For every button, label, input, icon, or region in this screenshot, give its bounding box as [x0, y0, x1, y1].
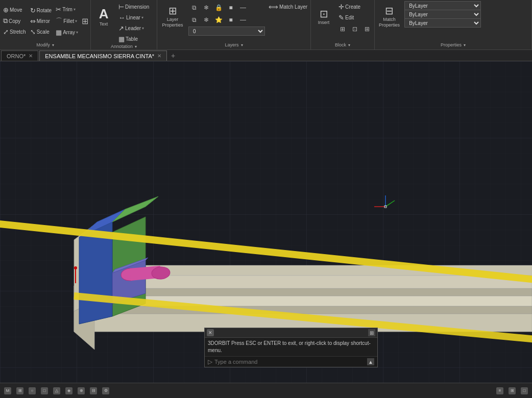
leader-icon: ↗	[118, 24, 124, 32]
command-popup-bar: ✕ ⊞	[205, 328, 377, 338]
status-icon-9[interactable]: ⚙	[102, 387, 109, 394]
toolbar: ⊕ Move ⧉ Copy ⤢ Stretch ↻ Rotate	[0, 0, 532, 50]
command-prompt-icon: ▷	[208, 358, 212, 365]
scale-icon: ⤡	[30, 28, 36, 36]
status-icon-3[interactable]: ○	[29, 387, 36, 394]
layer-icon-7[interactable]: ❄	[201, 14, 212, 26]
linear-button[interactable]: ↔ Linear ▾	[117, 13, 151, 22]
layer-icons-row1: ⧉ ❄ 🔒 ■ —	[188, 2, 265, 13]
rotate-icon: ↻	[30, 7, 36, 14]
tab-orno-label: ORNO*	[7, 53, 26, 59]
layer-icon-10[interactable]: —	[237, 14, 249, 26]
block-content: ⊡ Insert ✛ Create ✎ Edit ⊞ ⊡ ⊞	[312, 1, 373, 41]
command-close-button[interactable]: ✕	[207, 329, 214, 336]
layer-dropdown[interactable]: 0	[188, 27, 265, 36]
bylayer-dropdown-row3: ByLayer	[404, 19, 481, 27]
annotation-content: A Text ⊢ Dimension ↔ Linear ▾ ↗ L	[92, 1, 155, 44]
modify-section: ⊕ Move ⧉ Copy ⤢ Stretch ↻ Rotate	[0, 0, 91, 50]
move-icon: ⊕	[3, 6, 9, 14]
block-icons: ⊞ ⊡ ⊞	[337, 23, 373, 35]
block-icon-1[interactable]: ⊞	[337, 23, 348, 35]
mirror-icon: ⇔	[30, 17, 36, 25]
insert-button[interactable]: ⊡ Insert	[312, 1, 335, 33]
annotation-section: A Text ⊢ Dimension ↔ Linear ▾ ↗ L	[91, 0, 157, 50]
tab-orno-close[interactable]: ✕	[29, 53, 33, 59]
command-popup: ✕ ⊞ 3DORBIT Press ESC or ENTER to exit, …	[204, 328, 378, 367]
layer-icon-9[interactable]: ■	[225, 14, 236, 26]
layer-icons: ⧉ ❄ 🔒 ■ — ⧉ ❄ ⭐ ■ —	[188, 1, 265, 36]
create-icon: ✛	[338, 3, 344, 11]
move-button[interactable]: ⊕ Move	[2, 5, 28, 15]
tab-orno[interactable]: ORNO* ✕	[1, 51, 38, 61]
status-icon-8[interactable]: ⊟	[90, 387, 97, 394]
status-icon-2[interactable]: ⊞	[16, 387, 23, 394]
bylayer-dropdown2[interactable]: ByLayer	[404, 10, 481, 19]
status-icon-5[interactable]: △	[53, 387, 60, 394]
make-current-button[interactable]: ⭐	[213, 14, 224, 26]
tab-ensamble-close[interactable]: ✕	[157, 53, 161, 59]
status-icon-11[interactable]: ⊞	[509, 387, 516, 394]
layer-icon-2[interactable]: ❄	[201, 2, 212, 13]
tab-ensamble-label: ENSAMBLE MECANISMO SIERRA CINTA*	[45, 53, 154, 59]
copy-button[interactable]: ⧉ Copy	[2, 16, 28, 26]
svg-marker-11	[107, 276, 532, 288]
block-section: ⊡ Insert ✛ Create ✎ Edit ⊞ ⊡ ⊞	[311, 0, 375, 50]
block-icon-2[interactable]: ⊡	[349, 23, 360, 35]
command-message: 3DORBIT Press ESC or ENTER to exit, or r…	[205, 338, 377, 356]
properties-content: ⊟ MatchProperties ByLayer ByLayer ByLaye…	[376, 1, 530, 41]
status-icon-10[interactable]: ≡	[496, 387, 503, 394]
add-tab-button[interactable]: +	[168, 51, 178, 61]
rotate-button[interactable]: ↻ Rotate	[29, 6, 53, 15]
array-button[interactable]: ▦ Array ▾	[54, 28, 80, 37]
match-props-icon: ⊟	[385, 6, 394, 16]
command-input-row: ▷ ▲	[205, 356, 377, 367]
trim-icon: ✂	[56, 6, 61, 13]
leader-button[interactable]: ↗ Leader ▾	[117, 23, 151, 33]
block-icon-3[interactable]: ⊞	[361, 23, 373, 35]
layer-icon-4[interactable]: ■	[225, 2, 236, 13]
match-layer-icon: ⟺	[269, 3, 278, 11]
trim-button[interactable]: ✂ Trim ▾	[54, 5, 80, 14]
properties-dropdowns: ByLayer ByLayer ByLayer	[404, 1, 481, 27]
text-button[interactable]: A Text	[92, 1, 115, 33]
edit-button[interactable]: ✎ Edit	[337, 13, 373, 22]
layer-icon-1[interactable]: ⧉	[188, 2, 200, 13]
dimension-button[interactable]: ⊢ Dimension	[117, 2, 151, 12]
bylayer-dropdown-row: ByLayer	[404, 2, 481, 9]
fillet-button[interactable]: ⌒ Fillet ▾	[54, 15, 80, 27]
status-icon-1[interactable]: M	[4, 387, 11, 394]
layers-row: ⊞ LayerProperties ⧉ ❄ 🔒 ■ — ⧉ ❄ ⭐	[159, 1, 309, 41]
bylayer-dropdown[interactable]: ByLayer	[404, 1, 481, 10]
match-properties-button[interactable]: ⊟ MatchProperties	[376, 1, 402, 33]
bylayer-dropdown3[interactable]: ByLayer	[404, 18, 481, 28]
modify-footer: Modify ▾	[2, 41, 89, 49]
table-button[interactable]: ▦ Table	[117, 34, 151, 44]
status-icon-12[interactable]: □	[521, 387, 528, 394]
layer-properties-button[interactable]: ⊞ LayerProperties	[159, 1, 186, 33]
tab-ensamble[interactable]: ENSAMBLE MECANISMO SIERRA CINTA* ✕	[39, 51, 167, 61]
modify-col2: ↻ Rotate ⇔ Mirror ⤡ Scale	[29, 6, 53, 37]
mirror-button[interactable]: ⇔ Mirror	[29, 16, 53, 26]
layers-icon: ⊞	[168, 6, 177, 16]
scale-button[interactable]: ⤡ Scale	[29, 27, 53, 37]
layer-icons-row2: ⧉ ❄ ⭐ ■ —	[188, 14, 265, 26]
match-layer-button[interactable]: ⟺ Match Layer	[267, 2, 309, 12]
status-icon-4[interactable]: □	[41, 387, 48, 394]
status-icon-7[interactable]: ⊕	[78, 387, 85, 394]
create-button[interactable]: ✛ Create	[337, 2, 373, 12]
edit-icon: ✎	[338, 14, 344, 21]
annotation-row: A Text ⊢ Dimension ↔ Linear ▾ ↗ L	[92, 1, 151, 44]
text-icon: A	[99, 7, 109, 20]
layer-icon-5[interactable]: —	[237, 2, 249, 13]
command-input-expand[interactable]: ▲	[367, 358, 374, 365]
layer-extra: ⟺ Match Layer	[267, 1, 309, 12]
layers-content: ⊞ LayerProperties ⧉ ❄ 🔒 ■ — ⧉ ❄ ⭐	[159, 1, 309, 41]
layer-icon-6[interactable]: ⧉	[188, 14, 200, 26]
layer-icon-3[interactable]: 🔒	[213, 2, 224, 13]
svg-point-28	[74, 266, 77, 269]
status-icon-6[interactable]: ◈	[65, 387, 72, 394]
command-input[interactable]	[214, 359, 365, 365]
command-expand-button[interactable]: ⊞	[368, 329, 375, 336]
modify-col1: ⊕ Move ⧉ Copy ⤢ Stretch	[2, 5, 28, 37]
stretch-button[interactable]: ⤢ Stretch	[2, 27, 28, 37]
